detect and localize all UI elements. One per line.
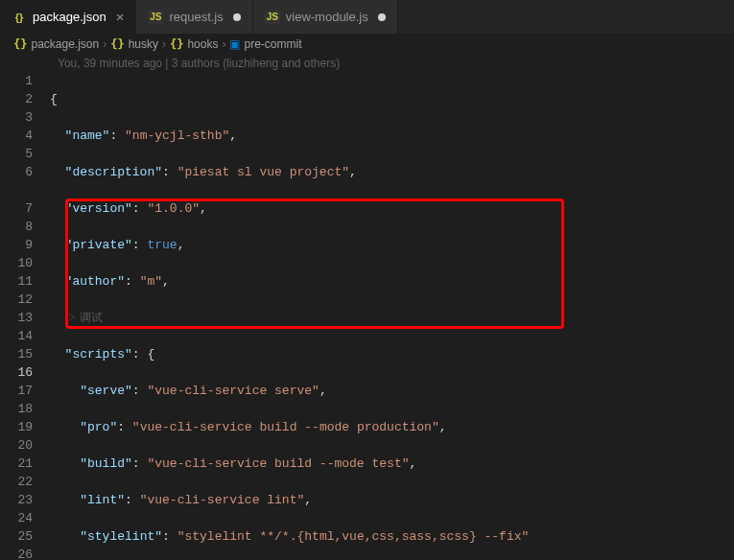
tab-label: view-module.js bbox=[286, 10, 368, 24]
tab-view-module-js[interactable]: JS view-module.js bbox=[253, 0, 398, 34]
git-blame-summary[interactable]: You, 39 minutes ago | 3 authors (liuzhih… bbox=[0, 55, 734, 72]
brace-icon: {} bbox=[110, 37, 124, 51]
close-icon[interactable]: × bbox=[116, 9, 125, 25]
brace-icon: {} bbox=[170, 37, 183, 51]
dirty-indicator-icon bbox=[233, 13, 241, 21]
js-icon: JS bbox=[265, 11, 280, 24]
tab-label: package.json bbox=[33, 10, 107, 24]
dirty-indicator-icon bbox=[378, 13, 386, 21]
line-number-gutter: 1 2 3 4 5 6 7 8 9 10 11 12 13 14 15 16 1… bbox=[0, 72, 50, 560]
chevron-right-icon: › bbox=[162, 37, 166, 51]
breadcrumb-item[interactable]: husky bbox=[129, 37, 158, 51]
tab-label: request.js bbox=[169, 10, 223, 24]
json-icon: {} bbox=[12, 10, 27, 25]
tab-bar: {} package.json × JS request.js JS view-… bbox=[0, 0, 734, 34]
symbol-icon: ▣ bbox=[229, 37, 240, 51]
chevron-right-icon: › bbox=[103, 37, 107, 51]
json-icon: {} bbox=[13, 37, 27, 51]
tab-package-json[interactable]: {} package.json × bbox=[0, 0, 136, 34]
code-content[interactable]: { "name": "nm-ycjl-sthb", "description":… bbox=[50, 72, 734, 560]
code-editor[interactable]: 1 2 3 4 5 6 7 8 9 10 11 12 13 14 15 16 1… bbox=[0, 72, 734, 560]
breadcrumb-item[interactable]: package.json bbox=[31, 37, 99, 51]
breadcrumb-item[interactable]: hooks bbox=[187, 37, 218, 51]
tab-request-js[interactable]: JS request.js bbox=[136, 0, 252, 34]
breadcrumb[interactable]: {} package.json › {} husky › {} hooks › … bbox=[0, 34, 734, 55]
debug-codelens[interactable]: ▷ 调试 bbox=[65, 311, 103, 324]
js-icon: JS bbox=[148, 11, 163, 24]
chevron-right-icon: › bbox=[222, 37, 225, 51]
breadcrumb-item[interactable]: pre-commit bbox=[244, 37, 301, 51]
